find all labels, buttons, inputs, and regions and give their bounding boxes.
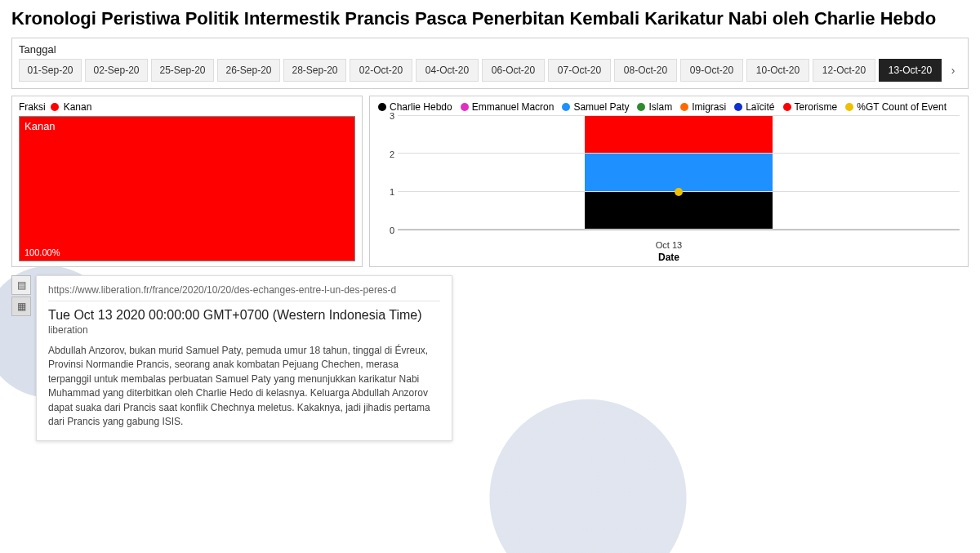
legend-dot-icon <box>783 103 791 111</box>
y-tick-label: 0 <box>390 225 394 235</box>
date-button[interactable]: 02-Oct-20 <box>350 59 412 82</box>
date-button[interactable]: 09-Oct-20 <box>680 59 743 82</box>
date-button[interactable]: 12-Oct-20 <box>813 59 875 82</box>
legend-item[interactable]: Emmanuel Macron <box>461 101 555 113</box>
chart-plot[interactable] <box>398 116 960 230</box>
legend-dot-icon <box>845 103 853 111</box>
legend-label: Samuel Paty <box>573 101 629 113</box>
y-tick-label: 3 <box>390 111 394 121</box>
date-button[interactable]: 13-Oct-20 <box>879 59 942 82</box>
view-list-icon[interactable]: ▤ <box>11 275 31 295</box>
treemap-block-label: Kanan <box>24 120 56 132</box>
fraksi-legend-dot <box>51 103 59 111</box>
legend-dot-icon <box>734 103 742 111</box>
legend-dot-icon <box>378 103 386 111</box>
date-button[interactable]: 28-Sep-20 <box>283 59 346 82</box>
chart-legend: Charlie HebdoEmmanuel MacronSamuel PatyI… <box>378 101 960 113</box>
legend-label: %GT Count of Event <box>857 101 947 113</box>
grid-line <box>398 153 960 154</box>
legend-item[interactable]: %GT Count of Event <box>845 101 947 113</box>
view-grid-icon[interactable]: ▦ <box>11 297 31 316</box>
legend-item[interactable]: Imigrasi <box>680 101 726 113</box>
secondary-marker <box>675 188 683 196</box>
view-switch: ▤ ▦ <box>11 275 31 441</box>
x-tick-label: Oct 13 <box>378 240 960 250</box>
date-button[interactable]: 04-Oct-20 <box>416 59 479 82</box>
fraksi-title: Fraksi <box>19 101 46 113</box>
legend-label: Terorisme <box>795 101 838 113</box>
card-source: liberation <box>48 324 440 336</box>
grid-line <box>398 229 960 230</box>
y-axis: 0123 <box>378 116 398 230</box>
date-button[interactable]: 02-Sep-20 <box>85 59 148 82</box>
bar-segment <box>585 192 773 230</box>
date-button[interactable]: 10-Oct-20 <box>746 59 809 82</box>
bar-segment <box>585 116 773 154</box>
x-axis-title: Date <box>378 252 960 263</box>
legend-item[interactable]: Samuel Paty <box>562 101 629 113</box>
legend-dot-icon <box>461 103 469 111</box>
treemap-pct: 100.00% <box>24 248 60 257</box>
date-button[interactable]: 07-Oct-20 <box>548 59 611 82</box>
date-button[interactable]: 08-Oct-20 <box>614 59 677 82</box>
fraksi-panel: Fraksi Kanan Kanan 100.00% <box>11 96 363 267</box>
date-button[interactable]: 25-Sep-20 <box>151 59 214 82</box>
bar-segment <box>585 154 773 191</box>
date-button[interactable]: 06-Oct-20 <box>482 59 545 82</box>
legend-label: Islam <box>648 101 672 113</box>
card-date: Tue Oct 13 2020 00:00:00 GMT+0700 (Weste… <box>48 308 440 323</box>
bar-stack <box>585 116 773 230</box>
legend-item[interactable]: Laïcité <box>734 101 774 113</box>
legend-dot-icon <box>680 103 688 111</box>
slicer-label: Tanggal <box>19 43 961 56</box>
slicer-next-icon[interactable]: › <box>945 59 961 82</box>
legend-label: Emmanuel Macron <box>472 101 555 113</box>
card-url[interactable]: https://www.liberation.fr/france/2020/10… <box>48 284 440 301</box>
fraksi-legend-label: Kanan <box>64 101 92 113</box>
y-tick-label: 1 <box>390 187 394 197</box>
legend-label: Imigrasi <box>692 101 726 113</box>
date-button[interactable]: 26-Sep-20 <box>217 59 280 82</box>
grid-line <box>398 115 960 116</box>
legend-item[interactable]: Terorisme <box>783 101 838 113</box>
legend-label: Charlie Hebdo <box>390 101 452 113</box>
y-tick-label: 2 <box>390 149 394 159</box>
page-title: Kronologi Peristiwa Politik Intermestik … <box>11 8 969 29</box>
legend-dot-icon <box>637 103 645 111</box>
event-card[interactable]: https://www.liberation.fr/france/2020/10… <box>36 275 452 441</box>
date-slicer: Tanggal 01-Sep-2002-Sep-2025-Sep-2026-Se… <box>11 38 969 89</box>
date-button[interactable]: 01-Sep-20 <box>19 59 82 82</box>
legend-item[interactable]: Islam <box>637 101 672 113</box>
legend-label: Laïcité <box>746 101 774 113</box>
stacked-chart-panel: Charlie HebdoEmmanuel MacronSamuel PatyI… <box>369 96 969 267</box>
card-body: Abdullah Anzorov, bukan murid Samuel Pat… <box>48 344 440 429</box>
fraksi-treemap[interactable]: Kanan 100.00% <box>19 116 355 261</box>
legend-dot-icon <box>562 103 570 111</box>
